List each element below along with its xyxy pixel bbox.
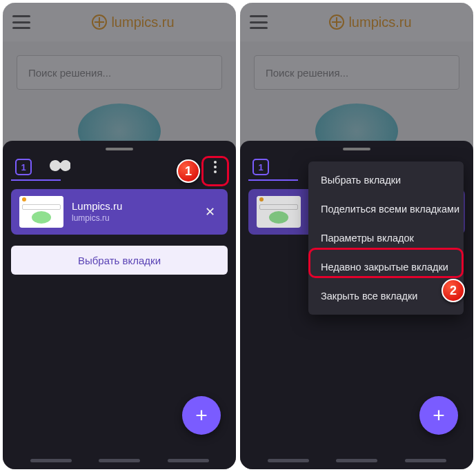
search-placeholder: Поиск решения... xyxy=(266,67,348,79)
callout-badge-2: 2 xyxy=(442,279,465,302)
plus-icon: + xyxy=(433,404,445,427)
brand-logo-icon xyxy=(329,14,344,30)
site-brand: lumpics.ru xyxy=(329,14,411,30)
plus-icon: + xyxy=(195,404,208,427)
callout-badge-1: 1 xyxy=(177,159,200,183)
site-brand: lumpics.ru xyxy=(92,14,174,30)
menu-item-recently-closed[interactable]: Недавно закрытые вкладки xyxy=(308,253,464,282)
open-tab-card[interactable]: Lumpics.ru lumpics.ru ✕ xyxy=(11,189,228,235)
brand-name: lumpics.ru xyxy=(348,14,411,30)
search-input[interactable]: Поиск решения... xyxy=(17,55,222,90)
new-tab-fab[interactable]: + xyxy=(182,396,221,435)
menu-item-close-all-tabs[interactable]: Закрыть все вкладки xyxy=(308,282,464,311)
hamburger-icon[interactable] xyxy=(250,15,268,29)
sheet-grabber[interactable] xyxy=(106,148,133,150)
search-placeholder: Поиск решения... xyxy=(28,67,111,79)
menu-item-select-tabs[interactable]: Выбрать вкладки xyxy=(308,166,464,195)
tab-count-button[interactable]: 1 xyxy=(15,159,32,175)
menu-item-tab-settings[interactable]: Параметры вкладок xyxy=(308,224,464,253)
screenshot-right: lumpics.ru Поиск решения... 1 xyxy=(240,3,473,469)
system-nav-bar[interactable] xyxy=(240,459,473,462)
tab-thumbnail xyxy=(257,196,301,228)
close-tab-icon[interactable]: ✕ xyxy=(201,201,219,222)
tab-thumbnail xyxy=(19,196,63,228)
search-input[interactable]: Поиск решения... xyxy=(254,55,459,90)
select-tabs-button[interactable]: Выбрать вкладки xyxy=(11,246,228,275)
screenshot-left: lumpics.ru Поиск решения... 1 xyxy=(3,3,236,469)
sheet-grabber[interactable] xyxy=(343,148,370,150)
system-nav-bar[interactable] xyxy=(3,459,236,462)
incognito-icon[interactable] xyxy=(50,160,70,175)
hamburger-icon[interactable] xyxy=(12,15,30,29)
brand-logo-icon xyxy=(92,14,107,30)
menu-item-share-all-tabs[interactable]: Поделиться всеми вкладками xyxy=(308,195,464,224)
new-tab-fab[interactable]: + xyxy=(419,396,458,435)
tab-switcher-sheet: 1 Lumpics.ru lumpics.ru ✕ xyxy=(3,141,236,469)
brand-name: lumpics.ru xyxy=(111,14,174,30)
overflow-menu-button[interactable] xyxy=(207,159,224,175)
tab-count-button[interactable]: 1 xyxy=(252,159,269,175)
tab-url: lumpics.ru xyxy=(72,213,192,224)
overflow-menu: Выбрать вкладки Поделиться всеми вкладка… xyxy=(308,161,464,315)
tab-title: Lumpics.ru xyxy=(72,199,192,213)
